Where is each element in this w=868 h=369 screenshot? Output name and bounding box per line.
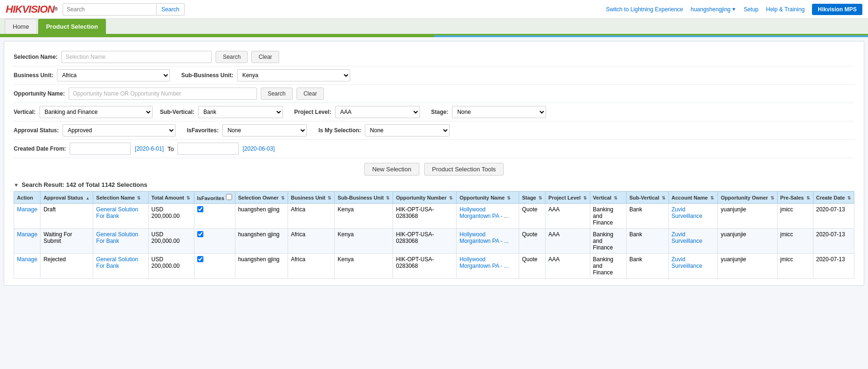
pre-sales-2: jmicc: [780, 256, 793, 263]
col-selection-name[interactable]: Selection Name ⇅: [93, 192, 148, 204]
col-stage[interactable]: Stage ⇅: [519, 192, 546, 204]
col-pre-sales[interactable]: Pre-Sales ⇅: [777, 192, 813, 204]
vertical-row: Vertical: Banking and Finance Education …: [14, 103, 854, 121]
is-favorites-header-checkbox[interactable]: [226, 194, 232, 200]
tab-product-selection[interactable]: Product Selection: [38, 19, 106, 34]
date-to-input[interactable]: [177, 143, 239, 155]
selection-name-link-0[interactable]: General Solution For Bank: [96, 206, 138, 219]
selection-owner-2: huangshen gjing: [238, 256, 280, 263]
col-opportunity-number[interactable]: Opportunity Number ⇅: [393, 192, 457, 204]
col-total-amount[interactable]: Total Amount ⇅: [148, 192, 194, 204]
date-row: Created Date From: [2020-6-01] To [2020-…: [14, 140, 854, 158]
col-account-name[interactable]: Account Name ⇅: [668, 192, 718, 204]
col-sub-business-unit[interactable]: Sub-Business Unit ⇅: [335, 192, 393, 204]
sub-vertical-select[interactable]: Bank Insurance Investment: [198, 106, 283, 118]
total-amount-0: USD 200,000.00: [152, 206, 180, 219]
sub-business-unit-0: Kenya: [338, 206, 354, 213]
opp-name-link-1[interactable]: Hollywood Morgantown PA - ...: [459, 231, 509, 244]
sub-business-unit-select[interactable]: Kenya Nigeria Ghana South Africa: [237, 69, 350, 81]
nav-left: HIKVISION ® Search: [6, 3, 185, 16]
project-level-0: AAA: [548, 206, 560, 213]
col-vertical[interactable]: Vertical ⇅: [590, 192, 626, 204]
user-dropdown-arrow: ▼: [731, 7, 736, 12]
results-table: Action Approval Status ▲ Selection Name …: [14, 191, 854, 279]
create-date-1: 2020-07-13: [816, 231, 845, 238]
vertical-select[interactable]: Banking and Finance Education Retail Hea…: [40, 106, 153, 118]
selection-owner-0: huangshen gjing: [238, 206, 280, 213]
approval-status-2: Rejected: [43, 256, 65, 263]
is-favorites-checkbox-2[interactable]: [197, 256, 203, 262]
selection-name-link-2[interactable]: General Solution For Bank: [96, 256, 138, 269]
col-is-favorites[interactable]: IsFavorites: [194, 192, 235, 204]
manage-link-2[interactable]: Manage: [17, 256, 37, 263]
col-approval-status[interactable]: Approval Status ▲: [40, 192, 93, 204]
selection-clear-button[interactable]: Clear: [251, 51, 279, 63]
selection-name-input[interactable]: [61, 51, 212, 63]
is-favorites-select[interactable]: None Yes No: [222, 124, 307, 136]
stage-select[interactable]: None Prospecting Quote Closed Won Closed…: [452, 106, 546, 118]
is-favorites-checkbox-1[interactable]: [197, 231, 203, 237]
col-business-unit[interactable]: Business Unit ⇅: [288, 192, 334, 204]
opportunity-name-input[interactable]: [69, 88, 257, 100]
project-level-select[interactable]: AAA AA A B C: [335, 106, 420, 118]
col-selection-owner[interactable]: Selection Owner ⇅: [235, 192, 288, 204]
col-project-level[interactable]: Project Level ⇅: [546, 192, 590, 204]
opp-name-link-0[interactable]: Hollywood Morgantown PA - ...: [459, 206, 509, 219]
selection-search-button[interactable]: Search: [216, 51, 248, 63]
col-opportunity-name[interactable]: Opportunity Name ⇅: [457, 192, 519, 204]
app-button[interactable]: Hikvision MPS: [812, 4, 862, 15]
date-to-label: To: [168, 145, 174, 152]
opportunity-name-label: Opportunity Name:: [14, 90, 65, 97]
stage-1: Quote: [522, 231, 538, 238]
total-amount-2: USD 200,000.00: [152, 256, 180, 269]
main-content: Selection Name: Search Clear Business Un…: [4, 41, 864, 286]
approval-status-label: Approval Status:: [14, 127, 59, 134]
col-opportunity-owner[interactable]: Opportunity Owner ⇅: [718, 192, 777, 204]
is-favorites-checkbox-0[interactable]: [197, 206, 203, 212]
date-shortcut1-link[interactable]: [2020-6-01]: [135, 145, 163, 152]
is-my-selection-select[interactable]: None Yes No: [365, 124, 450, 136]
total-amount-1: USD 200,000.00: [152, 231, 180, 244]
date-from-input[interactable]: [70, 143, 131, 155]
approval-row: Approval Status: Approved Draft Waiting …: [14, 121, 854, 140]
account-name-link-2[interactable]: Zuvid Surveillance: [672, 256, 702, 269]
switch-to-lightning-link[interactable]: Switch to Lightning Experience: [606, 6, 683, 13]
search-result-header: ▼ Search Result: 142 of Total 1142 Selec…: [14, 177, 854, 191]
date-shortcut2-link[interactable]: [2020-06-03]: [242, 145, 274, 152]
stage-label: Stage:: [431, 109, 449, 115]
new-selection-button[interactable]: New Selection: [364, 163, 419, 176]
vertical-2: Banking and Finance: [593, 256, 613, 276]
approval-status-select[interactable]: Approved Draft Waiting For Submit Reject…: [63, 124, 176, 136]
opp-name-link-2[interactable]: Hollywood Morgantown PA - ...: [459, 256, 509, 269]
nav-right: Switch to Lightning Experience huangshen…: [606, 4, 862, 15]
action-buttons-row: New Selection Product Selection Tools: [14, 158, 854, 177]
opp-owner-0: yuanjunjie: [721, 206, 746, 213]
collapse-triangle[interactable]: ▼: [14, 182, 19, 188]
product-selection-tools-button[interactable]: Product Selection Tools: [424, 163, 504, 176]
col-action[interactable]: Action: [14, 192, 40, 204]
opp-owner-2: yuanjunjie: [721, 256, 746, 263]
manage-link-1[interactable]: Manage: [17, 231, 37, 238]
approval-status-1: Waiting For Submit: [43, 231, 72, 244]
tab-bar: Home Product Selection: [0, 19, 868, 35]
sub-vertical-0: Bank: [629, 206, 642, 213]
table-row: ManageDraftGeneral Solution For BankUSD …: [14, 204, 854, 229]
tab-home[interactable]: Home: [5, 19, 37, 34]
top-search-button[interactable]: Search: [157, 3, 185, 16]
user-menu[interactable]: huangshengjing ▼: [691, 6, 736, 13]
help-training-link[interactable]: Help & Training: [766, 6, 804, 13]
sub-vertical-1: Bank: [629, 231, 642, 238]
manage-link-0[interactable]: Manage: [17, 206, 37, 213]
selection-name-link-1[interactable]: General Solution For Bank: [96, 231, 138, 244]
business-unit-select[interactable]: Africa Asia Europe Americas: [57, 69, 170, 81]
col-sub-vertical[interactable]: Sub-Vertical ⇅: [626, 192, 668, 204]
account-name-link-1[interactable]: Zuvid Surveillance: [672, 231, 702, 244]
account-name-link-0[interactable]: Zuvid Surveillance: [672, 206, 702, 219]
setup-link[interactable]: Setup: [744, 6, 758, 13]
opportunity-clear-button[interactable]: Clear: [297, 88, 324, 100]
col-create-date[interactable]: Create Date ⇅: [813, 192, 854, 204]
color-stripe: [0, 35, 868, 37]
opportunity-search-button[interactable]: Search: [261, 88, 293, 100]
top-search-input[interactable]: [63, 3, 157, 16]
pre-sales-0: jmicc: [780, 206, 793, 213]
